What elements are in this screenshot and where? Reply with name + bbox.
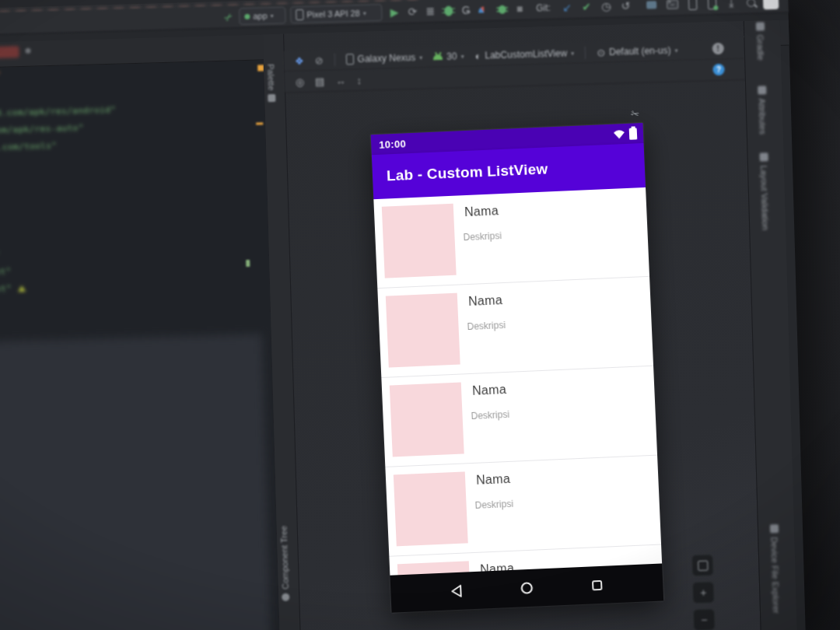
list-item[interactable]: Nama Deskripsi — [373, 187, 649, 289]
orientation-button[interactable]: ⊘ — [314, 54, 323, 66]
item-name: Nama — [464, 204, 499, 219]
file-tab-blurred[interactable] — [0, 46, 19, 58]
component-tree-tab[interactable]: Component Tree — [279, 526, 291, 601]
design-canvas[interactable]: ✂ 10:00 Lab - Custom ListView Nama — [285, 80, 761, 630]
item-name: Nama — [468, 293, 503, 309]
code-line: ext" — [0, 283, 26, 294]
chevron-down-icon: ▾ — [674, 47, 677, 54]
back-button-icon[interactable] — [450, 584, 464, 599]
chevron-down-icon: ▾ — [419, 54, 422, 61]
layout-validation-tab[interactable]: Layout Validation — [759, 152, 771, 230]
device-file-explorer-tab[interactable]: Device File Explorer — [769, 524, 781, 614]
apply-code-changes-button[interactable]: ≣ — [422, 3, 439, 19]
home-button-icon[interactable] — [520, 581, 534, 596]
project-structure-icon[interactable] — [643, 0, 660, 13]
width-resize-handle[interactable]: ↔ — [335, 75, 345, 86]
wifi-icon — [613, 128, 626, 140]
minus-icon: − — [701, 614, 708, 626]
help-badge[interactable]: ? — [712, 64, 724, 75]
theme-icon: ◐ — [474, 50, 481, 61]
layers-icon: ❖ — [295, 54, 304, 66]
locale-dropdown[interactable]: ⊙ Default (en-us) ▾ — [597, 44, 678, 58]
running-devices-icon[interactable] — [704, 0, 720, 12]
attach-debugger-button[interactable]: Ǥ — [458, 2, 474, 19]
device-manager-icon[interactable] — [684, 0, 701, 12]
list-item[interactable]: Nama Deskripsi — [377, 277, 653, 378]
list-icon: ▤ — [315, 75, 325, 87]
profile-low-overhead-button[interactable] — [494, 1, 510, 17]
git-commit-icon[interactable]: ✔ — [579, 0, 595, 15]
design-panel: Palette Component Tree ❖ ⊘ Galaxy Nexus … — [263, 21, 761, 630]
item-image — [390, 383, 464, 457]
sdk-manager-icon[interactable]: ⤓ — [723, 0, 740, 11]
attributes-tab[interactable]: Attributes — [757, 86, 768, 135]
debug-button[interactable] — [440, 2, 457, 19]
file-tab-close-icon[interactable] — [25, 48, 30, 54]
stop-button[interactable]: ■ — [512, 1, 528, 17]
device-icon — [296, 9, 303, 20]
git-label: Git: — [536, 2, 551, 14]
code-line: nid.com/apk/res/android" — [0, 105, 116, 119]
device-target-label: Pixel 3 API 28 — [306, 9, 360, 19]
scrollbar-marker — [246, 260, 250, 267]
item-name: Nama — [472, 383, 507, 398]
theme-dropdown[interactable]: ◐ LabCustomListView ▾ — [474, 47, 574, 62]
zoom-out-button[interactable]: − — [693, 608, 716, 630]
profiler-button[interactable] — [476, 2, 492, 18]
run-configuration-dropdown[interactable]: app ▾ — [239, 7, 286, 26]
search-icon[interactable] — [743, 0, 759, 10]
wrench-icon[interactable]: ✂ — [220, 9, 236, 25]
layout-validation-icon — [759, 152, 768, 161]
list-item[interactable]: Nama Deskripsi — [385, 456, 661, 557]
api-level-dropdown[interactable]: 30 ▾ — [433, 51, 464, 62]
device-selector-dropdown[interactable]: Galaxy Nexus ▾ — [345, 52, 422, 65]
apply-changes-button[interactable]: ⟳ — [404, 4, 421, 20]
warning-stripe-marker[interactable] — [256, 122, 263, 124]
api-level-label: 30 — [446, 51, 457, 61]
run-button[interactable]: ▶ — [387, 4, 403, 20]
design-time-wrench-icon[interactable]: ✂ — [630, 107, 641, 121]
eye-icon: ◎ — [296, 75, 305, 87]
chevron-down-icon: ▾ — [460, 53, 464, 60]
layout-variants-button[interactable]: ▤ — [315, 75, 325, 87]
terminal-icon[interactable] — [664, 0, 681, 12]
device-file-explorer-icon — [769, 524, 778, 533]
theme-label: LabCustomListView — [485, 47, 567, 61]
globe-icon: ⊙ — [597, 47, 605, 58]
app-title: Lab - Custom ListView — [387, 160, 548, 184]
warning-stripe-marker[interactable] — [257, 65, 264, 71]
warning-icon — [18, 285, 26, 292]
recents-button-icon[interactable] — [590, 578, 604, 592]
zoom-in-button[interactable]: + — [692, 581, 715, 604]
gradle-icon — [755, 22, 764, 30]
phone-preview[interactable]: 10:00 Lab - Custom ListView Nama Deskrip… — [371, 123, 663, 613]
no-transform-icon: ⊘ — [314, 54, 323, 66]
xml-code-editor[interactable]: s"> nid.com/apk/res/android" .com/apk/re… — [0, 60, 282, 630]
list-item[interactable]: Nama Deskripsi — [381, 366, 657, 467]
code-line: id.com/tools" — [0, 141, 57, 153]
status-time: 10:00 — [379, 138, 406, 151]
git-history-icon[interactable]: ◷ — [598, 0, 614, 14]
component-tree-icon — [282, 593, 289, 601]
attributes-icon — [758, 86, 766, 94]
palette-tab[interactable]: Palette — [266, 64, 276, 103]
height-resize-handle[interactable]: ↕ — [356, 74, 362, 86]
git-update-icon[interactable]: ↙ — [559, 0, 576, 16]
palette-icon — [268, 94, 275, 102]
item-description: Deskripsi — [467, 320, 506, 332]
item-image — [382, 204, 457, 278]
error-badge[interactable]: ! — [712, 43, 724, 54]
profile-avatar-icon[interactable] — [763, 0, 779, 9]
device-target-dropdown[interactable]: Pixel 3 API 28 ▾ — [290, 4, 383, 23]
code-line: s"> — [0, 68, 1, 79]
git-rollback-icon[interactable]: ↺ — [618, 0, 634, 14]
app-module-icon — [244, 13, 250, 19]
android-studio-window: ✂ app ▾ Pixel 3 API 28 ▾ ▶ ⟳ ≣ Ǥ ■ Git: … — [0, 0, 806, 630]
canvas-zoom-controls: + − — [691, 554, 716, 630]
view-options-button[interactable]: ◎ — [296, 75, 305, 87]
item-description: Deskripsi — [474, 499, 513, 511]
zoom-to-fit-button[interactable] — [691, 554, 714, 576]
custom-list-view[interactable]: Nama Deskripsi Nama Deskripsi Nama Deskr… — [373, 187, 662, 576]
design-surface-selector[interactable]: ❖ — [295, 54, 304, 66]
gradle-tab[interactable]: Gradle — [755, 22, 765, 60]
